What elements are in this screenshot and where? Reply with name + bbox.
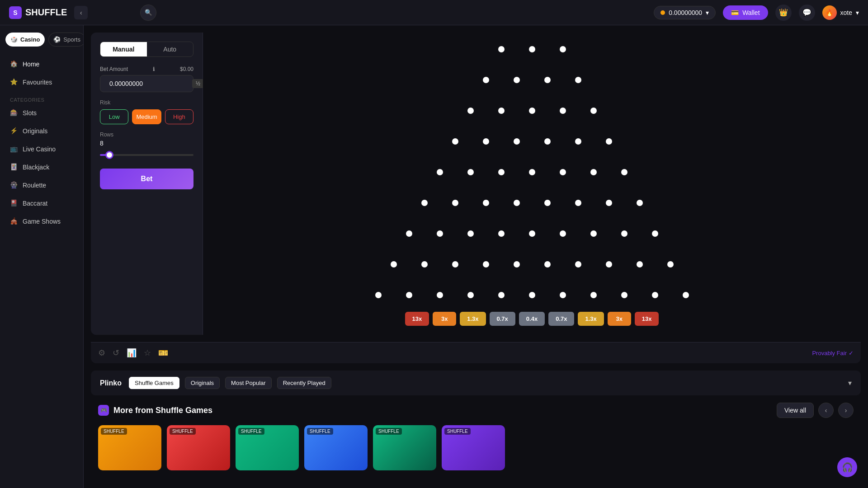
peg: [667, 261, 674, 267]
more-section-icon: 🎮: [98, 405, 109, 416]
rows-value: 8: [100, 140, 193, 147]
game-card-3-label: SHUFFLE: [238, 428, 264, 435]
share-icon[interactable]: 🎫: [158, 348, 168, 358]
tab-most-popular[interactable]: Most Popular: [225, 377, 272, 389]
peg: [514, 138, 520, 145]
prev-arrow-button[interactable]: ‹: [818, 403, 834, 418]
manual-tab[interactable]: Manual: [100, 42, 147, 56]
game-card-5[interactable]: SHUFFLE: [373, 425, 436, 470]
collapse-button[interactable]: ▾: [848, 379, 852, 387]
game-card-4[interactable]: SHUFFLE: [304, 425, 368, 470]
crown-button[interactable]: 👑: [775, 5, 792, 21]
sidebar-item-game-shows[interactable]: 🎪 Game Shows: [5, 213, 78, 230]
risk-low-button[interactable]: Low: [100, 109, 128, 124]
blackjack-icon: 🃏: [10, 163, 18, 171]
peg: [437, 230, 443, 237]
bet-amount-value: $0.00: [180, 66, 193, 72]
sidebar-item-live-casino[interactable]: 📺 Live Casino: [5, 141, 78, 158]
peg: [652, 230, 658, 237]
peg: [529, 169, 535, 175]
bet-button[interactable]: Bet: [100, 169, 193, 189]
mult-cell-0.7x-right: 0.7x: [548, 312, 574, 326]
tab-recently-played[interactable]: Recently Played: [277, 377, 331, 389]
peg: [467, 230, 474, 237]
peg: [621, 169, 627, 175]
home-icon: 🏠: [10, 60, 18, 68]
peg: [406, 292, 412, 298]
peg: [437, 292, 443, 298]
peg: [652, 292, 658, 298]
back-button[interactable]: ‹: [74, 6, 88, 19]
peg: [621, 292, 627, 298]
game-controls-bar: ⚙ ↺ 📊 ☆ 🎫 Provably Fair ✓: [91, 342, 861, 363]
casino-tab-icon: 🎲: [10, 36, 18, 43]
game-container: Manual Auto Bet Amount ℹ $0.00 ½ 2x Risk: [91, 33, 861, 335]
peg-row-7: [406, 230, 658, 237]
peg: [514, 261, 520, 267]
rows-section: Rows 8: [100, 131, 193, 160]
game-card-4-label: SHUFFLE: [307, 428, 333, 435]
peg: [606, 200, 612, 206]
peg: [621, 230, 627, 237]
sidebar-item-blackjack[interactable]: 🃏 Blackjack: [5, 159, 78, 176]
game-card-1[interactable]: SHUFFLE: [98, 425, 161, 470]
game-card-6[interactable]: SHUFFLE: [442, 425, 505, 470]
peg: [483, 138, 489, 145]
bet-amount-input[interactable]: [109, 80, 189, 87]
settings-icon[interactable]: ⚙: [98, 348, 105, 358]
chat-icon: 💬: [802, 8, 811, 17]
half-button[interactable]: ½: [192, 79, 204, 88]
sidebar-item-home[interactable]: 🏠 Home: [5, 56, 78, 73]
bottom-section: Plinko Shuffle Games Originals Most Popu…: [91, 371, 861, 470]
game-card-2[interactable]: SHUFFLE: [167, 425, 230, 470]
sports-tab[interactable]: ⚽ Sports: [48, 33, 84, 47]
mult-cell-3x-left: 3x: [433, 312, 456, 326]
roulette-icon: 🎡: [10, 181, 18, 189]
balance-value: 0.00000000: [669, 9, 702, 16]
rows-slider-thumb[interactable]: [105, 151, 113, 159]
peg: [529, 46, 535, 52]
help-button[interactable]: 🎧: [837, 457, 857, 477]
sidebar-item-favourites[interactable]: ⭐ Favourites: [5, 74, 78, 91]
peg: [483, 200, 489, 206]
peg: [437, 169, 443, 175]
peg: [452, 261, 458, 267]
peg-row-2: [483, 77, 581, 83]
casino-tab[interactable]: 🎲 Casino: [5, 33, 45, 47]
sidebar-item-baccarat[interactable]: 🎴 Baccarat: [5, 195, 78, 212]
sidebar-item-roulette[interactable]: 🎡 Roulette: [5, 177, 78, 194]
sidebar-item-slots[interactable]: 🎰 Slots: [5, 104, 78, 122]
pegs-area: [375, 46, 689, 298]
peg: [575, 77, 581, 83]
provably-fair-link[interactable]: Provably Fair ✓: [812, 350, 854, 357]
bookmark-icon[interactable]: ☆: [144, 348, 151, 358]
risk-medium-button[interactable]: Medium: [132, 109, 161, 124]
tab-originals[interactable]: Originals: [185, 377, 220, 389]
game-card-5-label: SHUFFLE: [376, 428, 402, 435]
search-button[interactable]: 🔍: [140, 5, 156, 21]
more-section: 🎮 More from Shuffle Games View all ‹ › S…: [98, 403, 854, 470]
logo-icon: S: [9, 6, 22, 19]
refresh-icon[interactable]: ↺: [113, 348, 119, 358]
risk-high-button[interactable]: High: [165, 109, 193, 124]
stats-icon[interactable]: 📊: [127, 348, 137, 358]
game-cards: SHUFFLE SHUFFLE SHUFFLE SHUFFLE SHUFFLE: [98, 425, 854, 470]
game-card-6-label: SHUFFLE: [444, 428, 471, 435]
provably-fair-text: Provably Fair: [812, 350, 847, 357]
peg: [498, 108, 505, 114]
view-all-button[interactable]: View all: [777, 403, 814, 418]
peg-row-8: [391, 261, 674, 267]
peg-row-4: [452, 138, 612, 145]
mult-cell-0.4x-center: 0.4x: [519, 312, 545, 326]
sidebar-item-originals[interactable]: ⚡ Originals: [5, 122, 78, 140]
tab-shuffle-games[interactable]: Shuffle Games: [129, 377, 179, 389]
user-button[interactable]: 🔥 xote ▾: [822, 5, 859, 20]
next-arrow-button[interactable]: ›: [838, 403, 854, 418]
sidebar: 🎲 Casino ⚽ Sports 🏠 Home ⭐ Favourites Ca…: [0, 25, 84, 488]
wallet-button[interactable]: 💳 Wallet: [723, 5, 768, 20]
auto-tab[interactable]: Auto: [147, 42, 193, 56]
peg: [544, 261, 551, 267]
balance-display[interactable]: 0.00000000 ▾: [654, 6, 716, 19]
chat-button[interactable]: 💬: [799, 5, 815, 21]
game-card-3[interactable]: SHUFFLE: [236, 425, 299, 470]
